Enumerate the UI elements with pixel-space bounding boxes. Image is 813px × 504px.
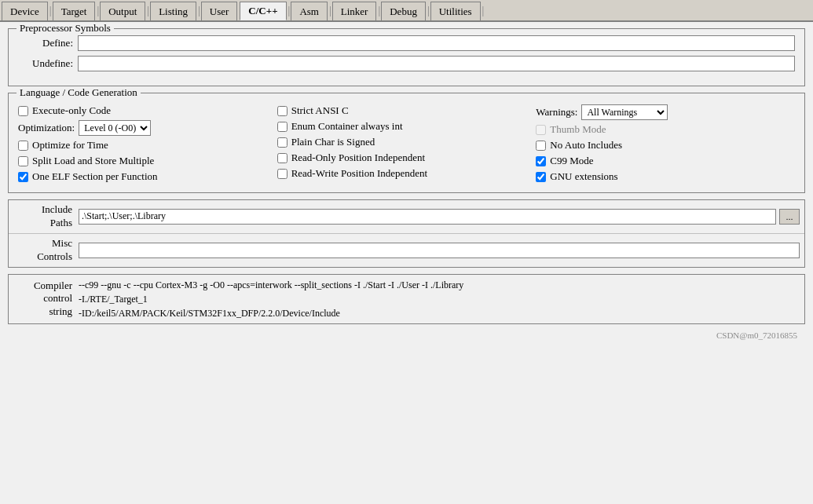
define-input[interactable] [78, 35, 795, 51]
undefine-input[interactable] [78, 56, 795, 71]
c99-mode-row: C99 Mode [536, 155, 795, 167]
thumb-mode-label: Thumb Mode [550, 123, 606, 136]
execute-only-checkbox[interactable] [18, 106, 28, 116]
one-elf-row: One ELF Section per Function [18, 170, 277, 183]
c99-mode-checkbox[interactable] [536, 156, 546, 166]
plain-char-row: Plain Char is Signed [277, 136, 537, 148]
strict-ansi-row: Strict ANSI C [277, 104, 537, 117]
read-only-pi-label: Read-Only Position Independent [291, 152, 425, 164]
split-load-checkbox[interactable] [18, 156, 28, 166]
define-label: Define: [18, 37, 73, 49]
tab-utilities[interactable]: Utilities [430, 2, 481, 20]
language-section: Execute-only Code Optimization: Level 0 … [18, 104, 795, 183]
no-auto-includes-label: No Auto Includes [550, 139, 622, 152]
tab-listing[interactable]: Listing [150, 2, 196, 20]
warnings-select[interactable]: No Warnings All Warnings MISRA C [581, 104, 668, 120]
thumb-mode-checkbox[interactable] [536, 125, 546, 135]
tab-bar: Device | Target | Output | Listing | Use… [0, 0, 813, 22]
misc-controls-input-wrap [79, 243, 800, 258]
undefine-label: Undefine: [18, 57, 73, 70]
preprocessor-group: Preprocessor Symbols Define: Undefine: [8, 28, 805, 86]
tab-cpp[interactable]: C/C++ [240, 2, 286, 20]
read-write-pi-checkbox[interactable] [277, 169, 287, 179]
tab-asm[interactable]: Asm [291, 2, 328, 20]
gnu-extensions-row: GNU extensions [536, 170, 795, 183]
one-elf-label: One ELF Section per Function [32, 170, 158, 183]
read-write-pi-label: Read-Write Position Independent [291, 167, 428, 180]
compiler-line1: --c99 --gnu -c --cpu Cortex-M3 -g -O0 --… [79, 278, 800, 292]
read-only-pi-row: Read-Only Position Independent [277, 152, 537, 164]
include-paths-browse-button[interactable]: ... [779, 209, 800, 225]
warnings-label: Warnings: [536, 106, 577, 119]
no-auto-includes-checkbox[interactable] [536, 141, 546, 151]
misc-controls-label: MiscControls [13, 237, 72, 264]
plain-char-label: Plain Char is Signed [291, 136, 375, 148]
include-paths-label: IncludePaths [13, 203, 72, 230]
thumb-mode-row: Thumb Mode [536, 123, 795, 136]
plain-char-checkbox[interactable] [277, 137, 287, 148]
optimization-select[interactable]: Level 0 (-O0) Level 1 (-O1) Level 2 (-O2… [79, 120, 151, 136]
strict-ansi-checkbox[interactable] [277, 106, 287, 116]
enum-container-checkbox[interactable] [277, 122, 287, 132]
tab-output[interactable]: Output [100, 2, 145, 20]
lang-col2: Strict ANSI C Enum Container always int … [277, 104, 537, 183]
split-load-label: Split Load and Store Multiple [32, 155, 154, 167]
c99-mode-label: C99 Mode [550, 155, 593, 167]
compiler-line2: -I./RTE/_Target_1 [79, 292, 800, 306]
optimization-label: Optimization: [18, 122, 75, 134]
read-write-pi-row: Read-Write Position Independent [277, 167, 537, 180]
tab-user[interactable]: User [201, 2, 238, 20]
undefine-row: Undefine: [18, 56, 795, 71]
language-title: Language / Code Generation [16, 86, 141, 99]
enum-container-row: Enum Container always int [277, 120, 537, 133]
optimize-time-checkbox[interactable] [18, 141, 28, 151]
tab-linker[interactable]: Linker [332, 2, 377, 20]
execute-only-row: Execute-only Code [18, 104, 277, 117]
read-only-pi-checkbox[interactable] [277, 153, 287, 163]
optimization-row: Optimization: Level 0 (-O0) Level 1 (-O1… [18, 120, 277, 136]
include-paths-input[interactable] [79, 209, 776, 225]
compiler-text: --c99 --gnu -c --cpu Cortex-M3 -g -O0 --… [79, 278, 800, 320]
compiler-section: Compilercontrolstring --c99 --gnu -c --c… [8, 274, 805, 324]
paths-section: IncludePaths ... MiscControls [8, 199, 805, 268]
language-group: Language / Code Generation Execute-only … [8, 93, 805, 193]
lang-col3: Warnings: No Warnings All Warnings MISRA… [536, 104, 795, 183]
tab-device[interactable]: Device [2, 2, 48, 20]
enum-container-label: Enum Container always int [291, 120, 403, 133]
execute-only-label: Execute-only Code [32, 104, 111, 117]
optimize-time-label: Optimize for Time [32, 139, 108, 152]
compiler-line3: -ID:/keil5/ARM/PACK/Keil/STM32F1xx_DFP/2… [79, 306, 800, 320]
include-paths-input-wrap: ... [79, 209, 800, 225]
tab-debug[interactable]: Debug [381, 2, 426, 20]
no-auto-includes-row: No Auto Includes [536, 139, 795, 152]
strict-ansi-label: Strict ANSI C [291, 104, 349, 117]
watermark: CSDN@m0_72016855 [8, 331, 805, 343]
tab-target[interactable]: Target [53, 2, 96, 20]
split-load-row: Split Load and Store Multiple [18, 155, 277, 167]
gnu-extensions-label: GNU extensions [550, 170, 617, 183]
compiler-row: Compilercontrolstring --c99 --gnu -c --c… [9, 275, 804, 323]
gnu-extensions-checkbox[interactable] [536, 172, 546, 182]
main-content: Preprocessor Symbols Define: Undefine: L… [0, 22, 813, 349]
include-paths-row: IncludePaths ... [9, 200, 804, 234]
optimize-time-row: Optimize for Time [18, 139, 277, 152]
warnings-row: Warnings: No Warnings All Warnings MISRA… [536, 104, 795, 120]
misc-controls-input[interactable] [79, 243, 800, 258]
compiler-label: Compilercontrolstring [13, 278, 72, 320]
misc-controls-row: MiscControls [9, 234, 804, 267]
lang-col1: Execute-only Code Optimization: Level 0 … [18, 104, 277, 183]
one-elf-checkbox[interactable] [18, 172, 28, 182]
preprocessor-title: Preprocessor Symbols [16, 22, 114, 35]
define-row: Define: [18, 35, 795, 51]
